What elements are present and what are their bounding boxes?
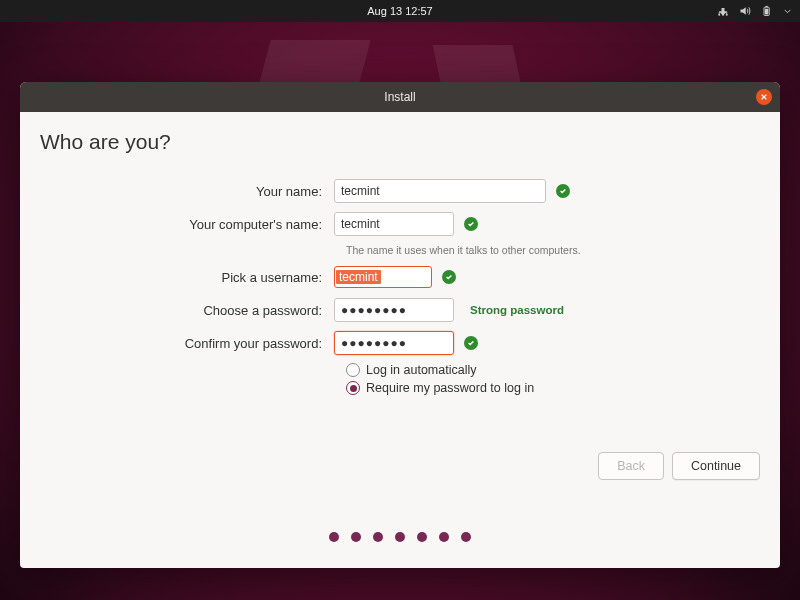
name-input[interactable] xyxy=(334,179,546,203)
radio-icon xyxy=(346,363,360,377)
svg-rect-4 xyxy=(766,6,768,7)
label-name: Your name: xyxy=(48,184,334,199)
progress-dot xyxy=(395,532,405,542)
page-title: Who are you? xyxy=(20,112,780,166)
svg-point-1 xyxy=(722,14,724,16)
radio-auto-label: Log in automatically xyxy=(366,363,476,377)
window-title: Install xyxy=(384,90,415,104)
row-password: Choose a password: Strong password xyxy=(48,297,752,323)
continue-button[interactable]: Continue xyxy=(672,452,760,480)
volume-icon[interactable] xyxy=(739,5,751,17)
clock: Aug 13 12:57 xyxy=(367,5,432,17)
label-username: Pick a username: xyxy=(48,270,334,285)
progress-dot xyxy=(373,532,383,542)
svg-rect-5 xyxy=(765,9,768,15)
label-confirm: Confirm your password: xyxy=(48,336,334,351)
check-icon xyxy=(442,270,456,284)
check-icon xyxy=(464,217,478,231)
radio-auto-login[interactable]: Log in automatically xyxy=(346,363,752,377)
password-input[interactable] xyxy=(334,298,454,322)
top-panel: Aug 13 12:57 xyxy=(0,0,800,22)
username-selection: tecmint xyxy=(336,270,381,284)
row-hostname: Your computer's name: xyxy=(48,211,752,237)
battery-icon[interactable] xyxy=(761,5,773,17)
titlebar: Install xyxy=(20,82,780,112)
nav-buttons: Back Continue xyxy=(598,452,760,480)
radio-icon xyxy=(346,381,360,395)
username-input[interactable]: tecmint xyxy=(334,266,432,288)
check-icon xyxy=(556,184,570,198)
password-strength: Strong password xyxy=(470,304,564,316)
progress-dot xyxy=(461,532,471,542)
label-hostname: Your computer's name: xyxy=(48,217,334,232)
radio-require-password[interactable]: Require my password to log in xyxy=(346,381,752,395)
radio-require-label: Require my password to log in xyxy=(366,381,534,395)
row-name: Your name: xyxy=(48,178,752,204)
close-button[interactable] xyxy=(756,89,772,105)
progress-dot xyxy=(439,532,449,542)
progress-dot xyxy=(329,532,339,542)
back-button[interactable]: Back xyxy=(598,452,664,480)
user-form: Your name: Your computer's name: The nam… xyxy=(20,166,780,395)
login-options: Log in automatically Require my password… xyxy=(346,363,752,395)
progress-dot xyxy=(417,532,427,542)
system-tray xyxy=(717,0,792,22)
hostname-hint: The name it uses when it talks to other … xyxy=(346,244,752,256)
hostname-input[interactable] xyxy=(334,212,454,236)
label-password: Choose a password: xyxy=(48,303,334,318)
row-confirm: Confirm your password: xyxy=(48,330,752,356)
confirm-password-input[interactable] xyxy=(334,331,454,355)
progress-dots xyxy=(20,532,780,542)
close-icon xyxy=(760,93,768,101)
check-icon xyxy=(464,336,478,350)
progress-dot xyxy=(351,532,361,542)
network-icon[interactable] xyxy=(717,5,729,17)
chevron-down-icon[interactable] xyxy=(783,5,792,17)
installer-window: Install Who are you? Your name: Your com… xyxy=(20,82,780,568)
row-username: Pick a username: tecmint xyxy=(48,264,752,290)
